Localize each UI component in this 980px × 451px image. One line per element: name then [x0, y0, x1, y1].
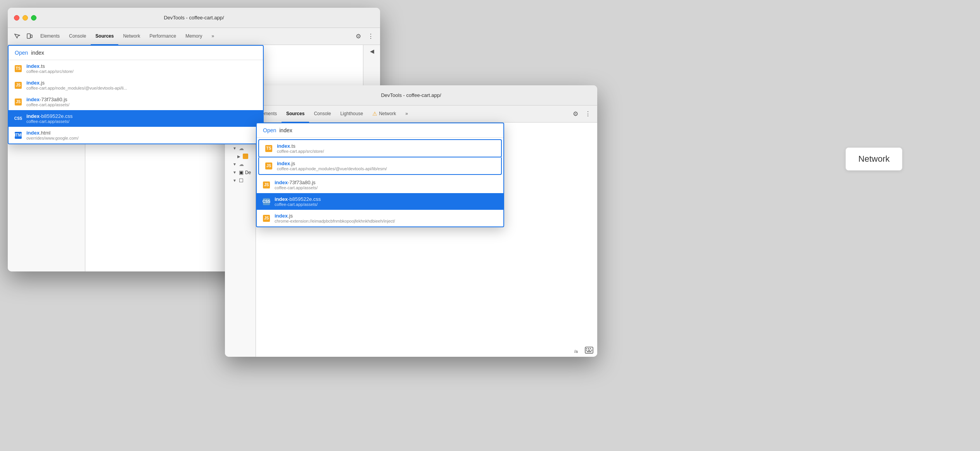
result-path-front-5: chrome-extension://eimadpbcbfnmbkopoojfe…	[275, 219, 395, 223]
result-path-front-2: coffee-cart.app/node_modules/@vue/devtoo…	[277, 166, 387, 171]
tab-network-back[interactable]: Network	[118, 28, 145, 45]
js-icon-front-3: JS	[263, 181, 270, 188]
shortcut-hint: /a	[574, 349, 578, 354]
filename-ext: -b859522e.css	[40, 113, 73, 119]
result-path-back-2: coffee-cart.app/node_modules/@vue/devtoo…	[26, 86, 127, 90]
tab-network-front[interactable]: ⚠ Network	[368, 105, 401, 123]
minimize-button-back[interactable]	[22, 15, 28, 21]
svg-rect-7	[590, 348, 591, 349]
result-item-back-5[interactable]: HTML index.html overrides/www.google.com…	[9, 127, 263, 143]
tab-more-front[interactable]: »	[401, 105, 413, 123]
quick-open-back: Open TS index.ts coffee-cart.app/src/sto…	[8, 45, 264, 144]
right-panel-front: Open TS index.ts coffee-ca	[256, 123, 597, 357]
window-title-back: DevTools - coffee-cart.app/	[164, 15, 224, 21]
result-info-front-2: index.js coffee-cart.app/node_modules/@v…	[277, 161, 387, 171]
result-item-front-2[interactable]: JS index.js coffee-cart.app/node_modules…	[258, 157, 502, 175]
inspect-icon[interactable]	[11, 30, 23, 43]
result-item-front-5[interactable]: JS index.js chrome-extension://eimadpbcb…	[257, 210, 503, 226]
quick-open-input-front[interactable]	[279, 127, 497, 133]
settings-icon-back[interactable]: ⚙	[352, 30, 365, 43]
quick-open-label-back: Open	[15, 50, 28, 56]
quick-open-input-back[interactable]	[31, 50, 257, 56]
filename-bold-f5: index	[275, 213, 288, 219]
tab-memory-back[interactable]: Memory	[181, 28, 207, 45]
more-icon-front[interactable]: ⋮	[582, 108, 594, 120]
maximize-button-back[interactable]	[31, 15, 36, 21]
result-info-back-5: index.html overrides/www.google.com/	[26, 130, 79, 140]
tab-console-front[interactable]: Console	[309, 105, 335, 123]
result-item-back-4[interactable]: CSS index-b859522e.css coffee-cart.app/a…	[9, 110, 263, 127]
result-item-back-3[interactable]: JS index-73f73a80.js coffee-cart.app/ass…	[9, 93, 263, 110]
svg-rect-8	[586, 350, 587, 351]
result-filename-front-1: index.ts	[277, 143, 324, 149]
filename-bold: index	[26, 113, 40, 119]
title-bar-back: DevTools - coffee-cart.app/	[8, 8, 380, 28]
result-path-back-5: overrides/www.google.com/	[26, 136, 79, 140]
cube-icon-front: ▣	[239, 169, 244, 175]
quick-open-results-back: TS index.ts coffee-cart.app/src/store/ J…	[9, 60, 263, 143]
filename-ext-f1: .ts	[290, 143, 296, 149]
svg-rect-1	[31, 35, 32, 38]
collapse-button-back[interactable]: ◀	[363, 45, 380, 57]
filename-ext: -73f73a80.js	[40, 97, 67, 102]
result-item-front-3[interactable]: JS index-73f73a80.js coffee-cart.app/ass…	[257, 176, 503, 193]
filename-ext: .js	[40, 80, 45, 86]
filename-bold: index	[26, 80, 40, 86]
tree-arrow-front: ▼	[233, 146, 237, 150]
tree-item-front-4[interactable]: ▼ ☁	[225, 160, 256, 168]
tab-more-back[interactable]: »	[207, 28, 219, 45]
result-filename-back-2: index.js	[26, 80, 127, 86]
filename-bold-f1: index	[277, 143, 290, 149]
tab-sources-back[interactable]: Sources	[91, 28, 118, 45]
device-icon[interactable]	[23, 30, 36, 43]
filename-bold: index	[26, 130, 40, 136]
tab-lighthouse-front[interactable]: Lighthouse	[335, 105, 368, 123]
tree-item-front-3[interactable]: ▶	[225, 152, 256, 160]
tree-item-front-2[interactable]: ▼ ☁	[225, 144, 256, 152]
warning-icon: ⚠	[372, 111, 377, 117]
filename-bold-f4: index	[275, 196, 288, 202]
window-title-front: DevTools - coffee-cart.app/	[381, 92, 441, 98]
tab-console-back[interactable]: Console	[64, 28, 91, 45]
sq-icon-front: ☐	[239, 178, 244, 183]
filename-ext-f5: .js	[288, 213, 293, 219]
tree-arrow-front-6: ▼	[233, 178, 237, 183]
result-filename-front-3: index-73f73a80.js	[275, 180, 318, 185]
tab-elements-back[interactable]: Elements	[36, 28, 64, 45]
keyboard-icon	[585, 347, 593, 355]
tree-item-front-5[interactable]: ▼ ▣ De	[225, 168, 256, 176]
tree-arrow-front-4: ▼	[233, 162, 237, 166]
result-item-back-1[interactable]: TS index.ts coffee-cart.app/src/store/	[9, 60, 263, 77]
svg-rect-0	[27, 34, 30, 38]
result-info-back-3: index-73f73a80.js coffee-cart.app/assets…	[26, 97, 69, 107]
js-icon-front-2: JS	[265, 162, 272, 169]
sidebar-front: Page ▼ </> Au ▼ ☁ ▶ ▼ ☁	[225, 123, 256, 357]
filename-ext-f2: .js	[290, 161, 295, 166]
result-filename-back-5: index.html	[26, 130, 79, 136]
network-text: Network	[858, 154, 890, 164]
filename-bold: index	[26, 97, 40, 102]
filename-ext: .ts	[40, 63, 45, 69]
result-filename-front-4: index-b859522e.css	[275, 196, 321, 202]
result-item-front-4[interactable]: CSS index-b859522e.css coffee-cart.app/a…	[257, 193, 503, 210]
result-filename-back-4: index-b859522e.css	[26, 113, 73, 119]
quick-open-label-front: Open	[263, 127, 276, 133]
tree-arrow-front-3: ▶	[237, 154, 240, 159]
settings-icon-front[interactable]: ⚙	[569, 108, 582, 120]
result-path-front-4: coffee-cart.app/assets/	[275, 202, 321, 207]
tab-sources-front[interactable]: Sources	[282, 105, 309, 123]
result-path-back-1: coffee-cart.app/src/store/	[26, 69, 73, 74]
devtools-toolbar-back: Elements Console Sources Network Perform…	[8, 28, 380, 45]
tree-arrow-front-5: ▼	[233, 170, 237, 175]
js-icon-back-2: JS	[15, 82, 22, 89]
tree-item-front-6[interactable]: ▼ ☐	[225, 176, 256, 185]
result-item-back-2[interactable]: JS index.js coffee-cart.app/node_modules…	[9, 77, 263, 93]
more-icon-back[interactable]: ⋮	[365, 30, 377, 43]
devtools-toolbar-front: Elements Sources Console Lighthouse ⚠ Ne…	[225, 105, 597, 123]
result-item-front-1[interactable]: TS index.ts coffee-cart.app/src/store/	[258, 139, 502, 157]
close-button-back[interactable]	[14, 15, 19, 21]
svg-rect-11	[587, 351, 591, 352]
result-info-front-5: index.js chrome-extension://eimadpbcbfnm…	[275, 213, 395, 223]
tab-performance-back[interactable]: Performance	[145, 28, 181, 45]
filename-bold-f3: index	[275, 180, 288, 185]
